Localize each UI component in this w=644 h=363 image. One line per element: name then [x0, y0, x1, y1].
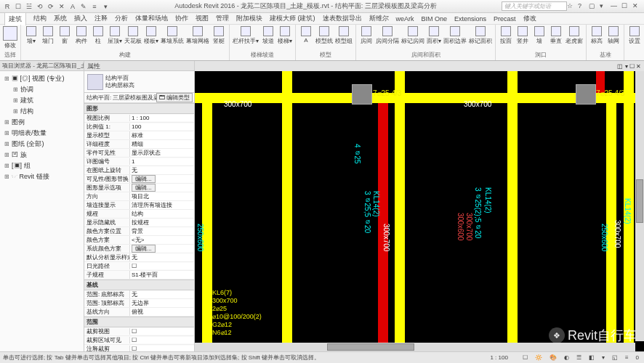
property-row[interactable]: 详细程度精细 [84, 140, 194, 149]
ribbon-button[interactable]: 房间分隔 [376, 26, 399, 45]
view-scale[interactable]: 1 : 100 [488, 354, 510, 362]
tree-node[interactable]: ⊞建筑 [1, 95, 82, 106]
ribbon-button[interactable]: 轴网 [606, 26, 621, 45]
qat-open-icon[interactable]: ☐ [14, 2, 23, 11]
view-control-icon[interactable]: ◧ [587, 354, 597, 362]
ribbon-tab[interactable]: 管理 [216, 14, 229, 23]
property-row[interactable]: 比例值 1:100 [84, 123, 194, 131]
canvas-window-buttons[interactable]: ◫ ▾ ☐ ✕ [617, 63, 641, 70]
qat-save-icon[interactable]: ☱ [25, 2, 33, 11]
beam-vertical[interactable] [507, 71, 518, 351]
ribbon-tab[interactable]: 附加模块 [236, 14, 262, 23]
close-icon[interactable]: ✕ [632, 2, 641, 11]
canvas-scrollbar-horizontal[interactable] [195, 343, 635, 351]
property-row[interactable]: 基线方向俯视 [84, 308, 194, 317]
drawing-area[interactable]: KL6(7)300x7002⌀25⌀10@100/200(2)G2⌀12N6⌀1… [195, 71, 644, 351]
view-control-icon[interactable]: 0 [634, 354, 641, 362]
minimize-icon[interactable]: — [611, 2, 619, 11]
property-row[interactable]: 子规程S1-楼平面 [84, 271, 194, 280]
drawing-canvas[interactable]: ◫ ▾ ☐ ✕ KL6(7)300x7002⌀25⌀10@100/200(2)G… [195, 61, 644, 351]
ribbon-button[interactable]: 楼梯▾ [278, 26, 292, 45]
column[interactable] [576, 84, 596, 105]
qat-close-icon[interactable]: ✕ [57, 2, 66, 11]
property-row[interactable]: 墙连接显示清理所有墙连接 [84, 201, 194, 210]
ribbon-button[interactable]: 模型线 [315, 26, 333, 45]
property-row[interactable]: 显示隐藏线按规程 [84, 219, 194, 227]
property-value[interactable]: 标准 [129, 131, 194, 139]
ribbon-tab[interactable]: 协作 [175, 14, 188, 23]
property-value[interactable]: 清理所有墙连接 [129, 201, 194, 209]
column[interactable] [352, 84, 372, 105]
property-value[interactable]: 俯视 [129, 308, 194, 316]
ribbon-button[interactable]: 屋顶▾ [108, 26, 122, 45]
ribbon-button[interactable]: 面积边界 [443, 26, 467, 45]
dropdown-icon[interactable]: ▾ [600, 2, 608, 11]
search-input[interactable]: 键入关键字或短语 [502, 1, 567, 11]
property-value[interactable]: 1 [129, 158, 194, 165]
property-row[interactable]: 系统颜色方案编辑... [84, 245, 194, 253]
property-value[interactable]: S1-楼平面 [129, 271, 194, 279]
property-value[interactable]: ☐ [129, 328, 194, 335]
ribbon-button[interactable]: 窗 [57, 26, 72, 45]
ribbon-button[interactable]: 构件 [74, 26, 89, 45]
ribbon-tab[interactable]: 视图 [196, 14, 209, 23]
property-row[interactable]: 裁剪区域可见☐ [84, 336, 194, 345]
ribbon-button[interactable]: 坡道 [261, 26, 275, 45]
ribbon-button[interactable]: 老虎窗 [565, 26, 583, 45]
ribbon-button[interactable]: 栏杆扶手▾ [233, 26, 259, 45]
property-row[interactable]: 方向项目北 [84, 192, 194, 201]
ribbon-button[interactable]: 幕墙系统 [161, 26, 184, 45]
property-row[interactable]: 可见性/图形替换编辑... [84, 175, 194, 184]
property-value[interactable]: 无 [129, 166, 194, 174]
ribbon-tab[interactable]: 建筑 [4, 12, 26, 25]
property-edit-button[interactable]: 编辑... [132, 245, 156, 253]
tree-node[interactable]: ⊞[▣] 组 [1, 160, 82, 171]
qat-text-icon[interactable]: A [68, 2, 77, 11]
ribbon-tab[interactable]: 系统 [54, 14, 67, 23]
property-value[interactable]: 1 : 100 [129, 115, 194, 121]
property-value[interactable]: 编辑... [129, 184, 194, 192]
property-category[interactable]: 范围 [84, 317, 194, 327]
ribbon-button[interactable]: 标记房间 [401, 26, 424, 45]
ribbon-button[interactable]: 修改 [3, 26, 17, 49]
property-row[interactable]: 视图比例1 : 100 [84, 114, 194, 123]
tree-node[interactable]: ⊞图例 [1, 117, 82, 128]
ribbon-button[interactable]: 标高 [589, 26, 604, 45]
property-value[interactable]: 显示原状态 [129, 149, 194, 157]
property-grid[interactable]: 图形视图比例1 : 100比例值 1:100显示模型标准详细程度精细零件可见性显… [84, 103, 194, 351]
beam-vertical[interactable] [202, 93, 212, 351]
ribbon-button[interactable]: 墙门 [41, 26, 55, 45]
view-control-icon[interactable]: ☐ [520, 354, 530, 362]
ribbon-tab[interactable]: 修改 [523, 14, 536, 23]
tree-node[interactable]: ⊞结构 [1, 106, 82, 117]
qat-undo-icon[interactable]: ⟲ [36, 2, 44, 11]
ribbon-tab[interactable]: 斯维尔 [369, 14, 389, 23]
favorites-icon[interactable]: ☆ [567, 2, 576, 11]
ribbon-button[interactable]: 天花板 [124, 26, 142, 45]
property-category[interactable]: 图形 [84, 103, 194, 114]
view-control-icon[interactable]: ◐ [562, 354, 571, 362]
property-value[interactable]: <无> [129, 236, 194, 244]
view-control-icon[interactable]: 🔆 [533, 354, 544, 362]
qat-drop-icon[interactable]: ▾ [101, 2, 110, 11]
ribbon-button[interactable]: 设置 [627, 26, 642, 45]
property-value[interactable]: 背景 [129, 227, 194, 235]
property-edit-button[interactable]: 编辑... [132, 184, 156, 192]
view-control-icon[interactable]: 🎨 [547, 354, 559, 362]
user-icon[interactable]: ▢ [589, 2, 597, 11]
property-row[interactable]: 详图编号1 [84, 158, 194, 166]
ribbon-tab[interactable]: Extensions [454, 15, 486, 23]
property-value[interactable]: 按规程 [129, 219, 194, 227]
ribbon-tab[interactable]: BIM One [422, 15, 448, 23]
ribbon-tab[interactable]: 插入 [74, 14, 87, 23]
canvas-scrollbar-vertical[interactable] [635, 71, 644, 341]
ribbon-button[interactable]: 竖梃 [212, 26, 226, 45]
property-value[interactable]: 编辑... [129, 175, 194, 183]
ribbon-button[interactable]: 幕墙网格 [186, 26, 209, 45]
property-value[interactable]: ☐ [129, 263, 194, 269]
property-row[interactable]: 规程结构 [84, 210, 194, 219]
ribbon-button[interactable]: 标记面积 [469, 26, 492, 45]
property-value[interactable]: 结构 [129, 210, 194, 218]
property-value[interactable]: 编辑... [129, 245, 194, 253]
ribbon-tab[interactable]: weArk [396, 15, 414, 23]
